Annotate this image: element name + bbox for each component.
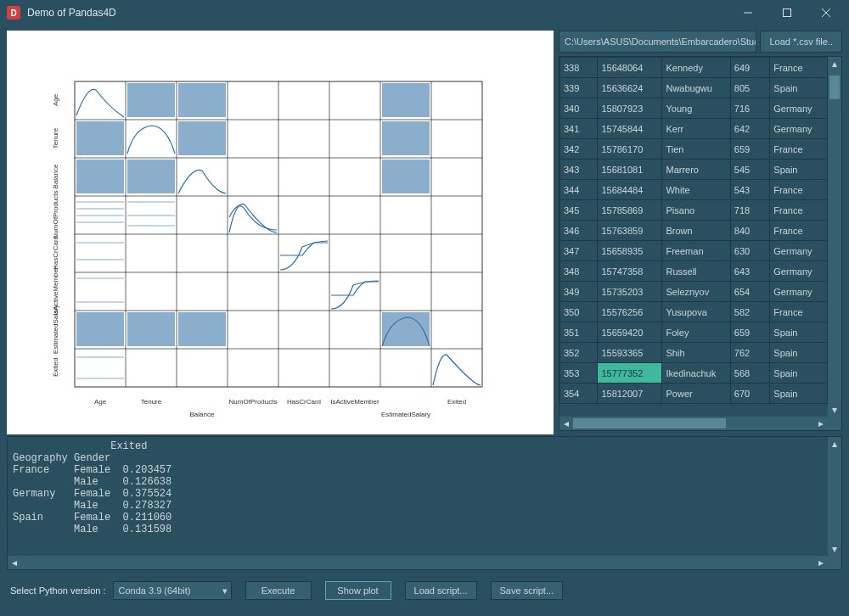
table-cell[interactable]: Shih [662, 343, 730, 363]
csv-path-field[interactable]: C:\Users\ASUS\Documents\Embarcadero\Stud [559, 31, 756, 53]
table-cell[interactable]: Spain [770, 322, 828, 343]
table-cell[interactable]: 15786170 [598, 139, 662, 160]
table-cell[interactable]: 840 [730, 221, 770, 241]
table-cell[interactable]: Spain [770, 384, 828, 404]
table-cell[interactable]: 670 [730, 384, 770, 404]
table-row[interactable]: 35015576256Yusupova582France [560, 302, 828, 322]
output-text[interactable]: Exited Geography Gender France Female 0.… [8, 437, 828, 556]
close-button[interactable] [807, 0, 846, 25]
table-cell[interactable]: Spain [770, 78, 828, 98]
table-cell[interactable]: 352 [560, 343, 598, 363]
table-cell[interactable]: 338 [560, 58, 598, 78]
table-cell[interactable]: 15735203 [598, 282, 662, 302]
table-cell[interactable]: 15576256 [598, 302, 662, 322]
table-cell[interactable]: 15593365 [598, 343, 662, 363]
table-cell[interactable]: France [770, 58, 828, 78]
table-cell[interactable]: Germany [770, 241, 828, 261]
table-cell[interactable]: 659 [730, 322, 770, 343]
table-cell[interactable]: Brown [662, 221, 730, 241]
table-cell[interactable]: 15807923 [598, 98, 662, 119]
table-row[interactable]: 35315777352Ikedinachuk568Spain [560, 363, 828, 384]
table-row[interactable]: 34215786170Tien659France [560, 139, 828, 160]
table-cell[interactable]: 659 [730, 139, 770, 160]
table-cell[interactable]: Marrero [662, 160, 730, 180]
table-cell[interactable]: Germany [770, 98, 828, 119]
table-cell[interactable]: 762 [730, 343, 770, 363]
output-h-scrollbar[interactable]: ◂ ▸ [8, 556, 828, 569]
table-cell[interactable]: France [770, 139, 828, 160]
table-cell[interactable]: 353 [560, 363, 598, 384]
table-row[interactable]: 34315681081Marrero545Spain [560, 160, 828, 180]
table-cell[interactable]: 15648064 [598, 58, 662, 78]
table-cell[interactable]: Kerr [662, 119, 730, 139]
table-cell[interactable]: Germany [770, 282, 828, 302]
output-v-scrollbar[interactable]: ▴ ▾ [828, 437, 841, 556]
scroll-up-icon[interactable]: ▴ [828, 57, 841, 70]
table-cell[interactable]: 15658935 [598, 241, 662, 261]
table-cell[interactable]: 15747358 [598, 261, 662, 282]
python-version-select[interactable]: Conda 3.9 (64bit) ▾ [113, 581, 232, 600]
table-cell[interactable]: 654 [730, 282, 770, 302]
table-cell[interactable]: 15777352 [598, 363, 662, 384]
table-cell[interactable]: 643 [730, 261, 770, 282]
table-cell[interactable]: Spain [770, 363, 828, 384]
table-cell[interactable]: 346 [560, 221, 598, 241]
table-cell[interactable]: 718 [730, 200, 770, 221]
table-cell[interactable]: 568 [730, 363, 770, 384]
table-cell[interactable]: 340 [560, 98, 598, 119]
table-cell[interactable]: Spain [770, 160, 828, 180]
table-row[interactable]: 34815747358Russell643Germany [560, 261, 828, 282]
table-cell[interactable]: 343 [560, 160, 598, 180]
table-row[interactable]: 34015807923Young716Germany [560, 98, 828, 119]
table-row[interactable]: 33915636624Nwabugwu805Spain [560, 78, 828, 98]
table-cell[interactable]: Pisano [662, 200, 730, 221]
show-plot-button[interactable]: Show plot [325, 581, 391, 600]
table-cell[interactable]: 342 [560, 139, 598, 160]
table-cell[interactable]: 15636624 [598, 78, 662, 98]
execute-button[interactable]: Execute [245, 581, 312, 600]
table-cell[interactable]: Germany [770, 119, 828, 139]
table-cell[interactable]: 543 [730, 180, 770, 200]
table-v-scrollbar[interactable]: ▴ ▾ [828, 57, 841, 417]
table-cell[interactable]: 15745844 [598, 119, 662, 139]
table-cell[interactable]: France [770, 221, 828, 241]
minimize-button[interactable] [728, 0, 767, 25]
table-cell[interactable]: 545 [730, 160, 770, 180]
table-cell[interactable]: 15681081 [598, 160, 662, 180]
table-row[interactable]: 35415812007Power670Spain [560, 384, 828, 404]
table-cell[interactable]: Seleznyov [662, 282, 730, 302]
scroll-down-icon[interactable]: ▾ [828, 403, 841, 417]
table-cell[interactable]: Young [662, 98, 730, 119]
table-cell[interactable]: France [770, 302, 828, 322]
table-row[interactable]: 35115659420Foley659Spain [560, 322, 828, 343]
table-cell[interactable]: 630 [730, 241, 770, 261]
table-row[interactable]: 34615763859Brown840France [560, 221, 828, 241]
table-cell[interactable]: 348 [560, 261, 598, 282]
table-cell[interactable]: Tien [662, 139, 730, 160]
table-row[interactable]: 34915735203Seleznyov654Germany [560, 282, 828, 302]
table-cell[interactable]: Germany [770, 261, 828, 282]
load-script-button[interactable]: Load script... [405, 581, 477, 600]
scroll-up-icon[interactable]: ▴ [828, 437, 841, 451]
table-cell[interactable]: 649 [730, 58, 770, 78]
table-h-scrollbar[interactable]: ◂ ▸ [559, 417, 828, 430]
table-cell[interactable]: Foley [662, 322, 730, 343]
table-cell[interactable]: 345 [560, 200, 598, 221]
save-script-button[interactable]: Save script... [491, 581, 564, 600]
table-cell[interactable]: 349 [560, 282, 598, 302]
table-cell[interactable]: France [770, 200, 828, 221]
table-cell[interactable]: 15684484 [598, 180, 662, 200]
table-cell[interactable]: France [770, 180, 828, 200]
table-cell[interactable]: 805 [730, 78, 770, 98]
table-row[interactable]: 34415684484White543France [560, 180, 828, 200]
table-cell[interactable]: Nwabugwu [662, 78, 730, 98]
table-cell[interactable]: Spain [770, 343, 828, 363]
scroll-right-icon[interactable]: ▸ [814, 417, 828, 430]
table-cell[interactable]: 354 [560, 384, 598, 404]
table-cell[interactable]: 582 [730, 302, 770, 322]
table-cell[interactable]: Russell [662, 261, 730, 282]
table-cell[interactable]: 15763859 [598, 221, 662, 241]
maximize-button[interactable] [767, 0, 807, 25]
scroll-left-icon[interactable]: ◂ [8, 556, 21, 569]
table-cell[interactable]: Kennedy [662, 58, 730, 78]
